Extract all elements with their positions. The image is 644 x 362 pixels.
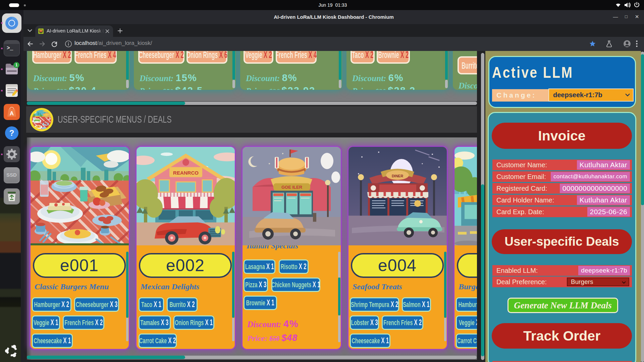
svg-text:1: 1 [15, 63, 18, 67]
svg-text:GOE ILER: GOE ILER [281, 185, 303, 190]
svg-text:A: A [10, 110, 14, 117]
svg-text:REANRCO: REANRCO [173, 170, 199, 176]
svg-text:?: ? [9, 128, 14, 137]
svg-text:DINER: DINER [392, 174, 403, 178]
